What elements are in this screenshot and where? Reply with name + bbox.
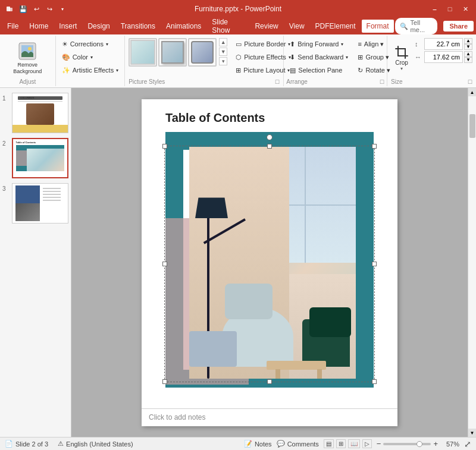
slide-sorter-btn[interactable]: ⊞ (336, 439, 346, 448)
bring-forward-btn[interactable]: ⬆ Bring Forward ▾ (286, 38, 352, 50)
menu-transitions[interactable]: Transitions (116, 20, 160, 33)
border-icon: ▭ (236, 40, 242, 48)
normal-view-btn[interactable]: ▤ (324, 439, 334, 448)
slide-preview-1[interactable]: COLUMBUS (12, 93, 68, 133)
zoom-slider[interactable] (383, 443, 431, 445)
corrections-btn[interactable]: ☀ Corrections ▾ (58, 38, 122, 50)
rotate-icon: ↻ (358, 67, 363, 74)
slide-thumb-1[interactable]: 1 COLUMBUS (2, 93, 68, 133)
menu-pdfelement[interactable]: PDFElement (311, 20, 361, 33)
slide-thumb-3[interactable]: 3 (2, 183, 68, 224)
selection-icon: ▤ (290, 67, 296, 74)
table-leg2 (317, 369, 322, 379)
notes-btn[interactable]: 📝 Notes (244, 440, 272, 448)
arrange-expand[interactable]: ☐ (380, 79, 384, 85)
quick-access-toolbar: 💾 ↩ ↪ ▾ (18, 4, 68, 14)
reading-view-btn[interactable]: 📖 (348, 439, 360, 448)
save-qat-btn[interactable]: 💾 (18, 4, 29, 14)
menu-slideshow[interactable]: Slide Show (207, 20, 249, 33)
menu-bar: File Home Insert Design Transitions Anim… (0, 18, 476, 34)
menu-animations[interactable]: Animations (161, 20, 206, 33)
title-bar-controls: ‒ □ ✕ (428, 3, 471, 15)
height-input[interactable] (424, 38, 463, 50)
language-label: English (United States) (66, 440, 133, 448)
language-section: ⚠ English (United States) (58, 440, 133, 448)
canvas-area: Table of Contents (71, 88, 468, 437)
color-btn[interactable]: 🎨 Color ▾ (58, 51, 122, 63)
zoom-level: 57% (440, 440, 459, 448)
slide-num-2: 2 (2, 138, 10, 147)
width-down-btn[interactable]: ▼ (464, 57, 472, 63)
height-spinner: ▲ ▼ (464, 38, 472, 50)
slide-canvas[interactable]: Table of Contents (142, 99, 397, 426)
window-title: Furniture.pptx - PowerPoint (195, 5, 281, 13)
scroll-track[interactable] (468, 96, 477, 429)
effects-icon: ⬡ (236, 54, 242, 61)
picture-styles-expand[interactable]: ☐ (275, 79, 280, 85)
styles-scroll-down[interactable]: ▼ (219, 48, 227, 56)
menu-insert[interactable]: Insert (54, 20, 82, 33)
width-up-btn[interactable]: ▲ (464, 51, 472, 57)
photo-inner (189, 147, 356, 379)
slide-thumb-2[interactable]: 2 Table of Contents (2, 138, 68, 178)
remove-background-btn[interactable]: Remove Background (5, 38, 51, 78)
send-backward-icon: ⬇ (290, 54, 295, 61)
width-input[interactable] (424, 51, 463, 63)
selection-pane-btn[interactable]: ▤ Selection Pane (286, 64, 352, 76)
scroll-up-btn[interactable]: ▲ (468, 88, 477, 96)
style-thumb-1[interactable] (129, 38, 157, 67)
group-icon: ⊞ (358, 54, 363, 61)
status-right: 📝 Notes 💬 Comments ▤ ⊞ 📖 ▷ − + 57% ⤢ (244, 439, 471, 449)
zoom-in-btn[interactable]: + (433, 439, 438, 448)
artistic-effects-btn[interactable]: ✨ Artistic Effects ▾ (58, 64, 122, 76)
chair2-back (309, 307, 351, 337)
close-btn[interactable]: ✕ (459, 3, 471, 15)
slide-photo[interactable] (189, 147, 356, 379)
presenter-btn[interactable]: ▷ (362, 439, 372, 448)
slide-preview-2[interactable]: Table of Contents (12, 138, 68, 178)
menu-file[interactable]: File (2, 20, 23, 33)
bring-forward-dropdown: ▾ (341, 42, 343, 47)
accessibility-icon: ⚠ (58, 440, 64, 448)
zoom-out-btn[interactable]: − (377, 439, 381, 448)
send-backward-btn[interactable]: ⬇ Send Backward ▾ (286, 51, 352, 63)
crop-btn[interactable]: Crop ▾ (391, 38, 412, 78)
menu-format[interactable]: Format (362, 20, 394, 33)
size-expand[interactable]: ☐ (468, 79, 472, 85)
adjust-label: Adjust (19, 78, 36, 85)
zoom-control: − + 57% (377, 439, 459, 448)
search-box[interactable]: 🔍 Tell me... (395, 18, 438, 34)
zoom-slider-thumb[interactable] (416, 441, 422, 447)
view-buttons: ▤ ⊞ 📖 ▷ (324, 439, 372, 448)
menu-design[interactable]: Design (83, 20, 114, 33)
slide-preview-3[interactable] (12, 183, 68, 224)
scroll-down-btn[interactable]: ▼ (468, 429, 477, 437)
share-button[interactable]: Share (443, 21, 474, 32)
picture-styles-group: ▲ ▼ ▾ ▭ Picture Border ▾ ⬡ Picture Effec… (125, 36, 284, 86)
scroll-thumb[interactable] (469, 114, 475, 138)
customize-qat-btn[interactable]: ▾ (57, 4, 68, 14)
picture-styles-label: Picture Styles (129, 78, 165, 85)
notes-area[interactable]: Click to add notes (142, 408, 397, 426)
menu-view[interactable]: View (284, 20, 309, 33)
styles-expand[interactable]: ▾ (219, 57, 227, 65)
width-icon: ↔ (415, 54, 423, 61)
height-up-btn[interactable]: ▲ (464, 38, 472, 44)
minimize-btn[interactable]: ‒ (428, 3, 440, 15)
app-icon (5, 4, 14, 14)
restore-btn[interactable]: □ (444, 3, 456, 15)
styles-scroll-up[interactable]: ▲ (219, 38, 227, 46)
style-thumb-3[interactable] (188, 38, 217, 67)
undo-qat-btn[interactable]: ↩ (31, 4, 42, 14)
svg-rect-2 (9, 8, 12, 11)
slide-panel: 1 COLUMBUS 2 Table of Contents (0, 88, 71, 437)
menu-home[interactable]: Home (24, 20, 53, 33)
style-thumb-2[interactable] (158, 38, 187, 67)
fit-btn[interactable]: ⤢ (464, 439, 471, 449)
redo-qat-btn[interactable]: ↪ (44, 4, 55, 14)
height-down-btn[interactable]: ▼ (464, 44, 472, 50)
menu-review[interactable]: Review (250, 20, 283, 33)
title-bar: 💾 ↩ ↪ ▾ Furniture.pptx - PowerPoint ‒ □ … (0, 0, 476, 18)
comments-btn[interactable]: 💬 Comments (277, 440, 319, 448)
comments-icon: 💬 (277, 440, 285, 448)
